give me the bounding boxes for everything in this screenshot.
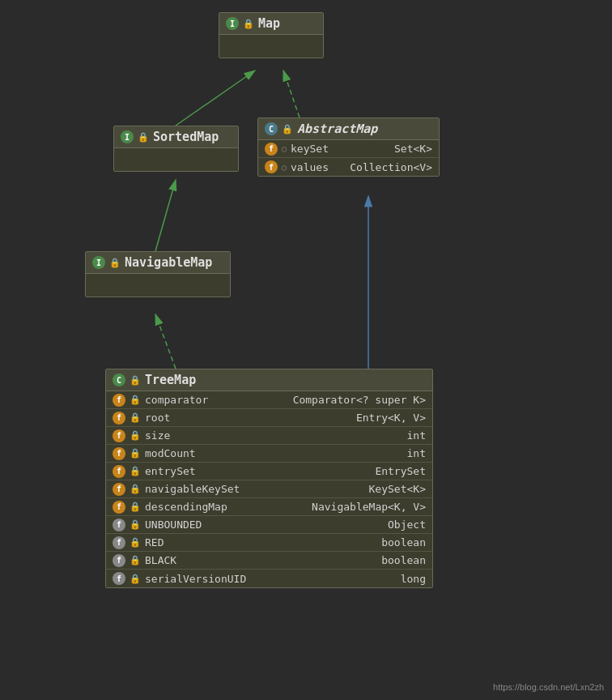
badge-entryset: f	[113, 465, 125, 478]
class-header-sortedmap: I 🔒 SortedMap	[114, 126, 238, 148]
class-body-sortedmap	[114, 148, 238, 171]
lock-values: ○	[282, 163, 287, 172]
field-row-entryset: f 🔒 entrySet EntrySet	[106, 463, 432, 480]
badge-modcount: f	[113, 447, 125, 460]
lock-red: 🔒	[130, 537, 141, 548]
badge-field-keyset: f	[265, 143, 278, 156]
field-name-descendingmap: descendingMap	[145, 501, 227, 513]
field-type-black: boolean	[381, 554, 426, 566]
field-name-root: root	[145, 412, 170, 424]
lock-unbounded: 🔒	[130, 519, 141, 530]
field-row-red: f 🔒 RED boolean	[106, 534, 432, 552]
field-name-keyset: keySet	[291, 143, 329, 155]
field-type-entryset: EntrySet	[375, 465, 426, 477]
field-row-size: f 🔒 size int	[106, 427, 432, 445]
svg-line-5	[155, 180, 176, 251]
field-row-keyset: f ○ keySet Set<K>	[258, 140, 439, 158]
lock-navigablekeyset: 🔒	[130, 484, 141, 494]
field-name-black: BLACK	[145, 554, 176, 566]
lock-root: 🔒	[130, 412, 141, 423]
badge-comparator: f	[113, 394, 125, 407]
class-box-navigablemap: I 🔒 NavigableMap	[85, 251, 231, 297]
field-type-values: Collection<V>	[350, 161, 432, 173]
field-row-black: f 🔒 BLACK boolean	[106, 552, 432, 570]
field-type-unbounded: Object	[388, 519, 426, 531]
badge-descendingmap: f	[113, 501, 125, 514]
class-body-treemap: f 🔒 comparator Comparator<? super K> f 🔒…	[106, 391, 432, 587]
field-row-comparator: f 🔒 comparator Comparator<? super K>	[106, 391, 432, 409]
lock-keyset: ○	[282, 144, 287, 153]
badge-black: f	[113, 554, 125, 567]
field-type-comparator: Comparator<? super K>	[293, 394, 426, 406]
badge-map: I	[226, 17, 239, 30]
field-name-values: values	[291, 161, 329, 173]
badge-navigablekeyset: f	[113, 483, 125, 496]
field-name-comparator: comparator	[145, 394, 208, 406]
field-row-descendingmap: f 🔒 descendingMap NavigableMap<K, V>	[106, 498, 432, 516]
badge-abstractmap: C	[265, 122, 278, 135]
class-name-abstractmap: AbstractMap	[297, 122, 377, 136]
field-type-keyset: Set<K>	[394, 143, 432, 155]
lock-serialversionuid: 🔒	[130, 574, 141, 584]
field-row-serialversionuid: f 🔒 serialVersionUID long	[106, 570, 432, 587]
class-box-map: I 🔒 Map	[219, 12, 324, 58]
lock-descendingmap: 🔒	[130, 502, 141, 512]
class-body-navigablemap	[86, 274, 230, 297]
class-header-treemap: C 🔒 TreeMap	[106, 369, 432, 391]
field-row-root: f 🔒 root Entry<K, V>	[106, 409, 432, 427]
field-type-modcount: int	[407, 447, 426, 459]
badge-treemap: C	[113, 373, 125, 386]
class-box-sortedmap: I 🔒 SortedMap	[113, 126, 239, 172]
lock-modcount: 🔒	[130, 448, 141, 459]
class-box-treemap: C 🔒 TreeMap f 🔒 comparator Comparator<? …	[105, 369, 433, 588]
field-row-unbounded: f 🔒 UNBOUNDED Object	[106, 516, 432, 534]
class-body-map	[219, 35, 323, 58]
class-name-sortedmap: SortedMap	[153, 130, 219, 144]
svg-line-6	[155, 314, 176, 369]
field-name-serialversionuid: serialVersionUID	[145, 573, 246, 585]
field-row-navigablekeyset: f 🔒 navigableKeySet KeySet<K>	[106, 480, 432, 498]
lock-entryset: 🔒	[130, 466, 141, 476]
badge-field-values: f	[265, 160, 278, 173]
watermark: https://blog.csdn.net/Lxn2zh	[493, 682, 604, 692]
class-header-abstractmap: C 🔒 AbstractMap	[258, 118, 439, 140]
field-name-red: RED	[145, 536, 164, 548]
class-box-abstractmap: C 🔒 AbstractMap f ○ keySet Set<K> f ○ va…	[257, 117, 440, 177]
field-type-navigablekeyset: KeySet<K>	[369, 483, 426, 495]
field-name-size: size	[145, 429, 170, 442]
class-header-navigablemap: I 🔒 NavigableMap	[86, 252, 230, 274]
class-body-abstractmap: f ○ keySet Set<K> f ○ values Collection<…	[258, 140, 439, 176]
field-name-entryset: entrySet	[145, 465, 196, 477]
lock-comparator: 🔒	[130, 395, 141, 405]
field-type-size: int	[407, 429, 426, 442]
badge-serialversionuid: f	[113, 572, 125, 585]
field-type-red: boolean	[381, 536, 426, 548]
svg-line-3	[176, 70, 255, 126]
badge-unbounded: f	[113, 519, 125, 531]
arrows-svg	[0, 0, 612, 700]
svg-line-4	[283, 70, 300, 117]
field-row-values: f ○ values Collection<V>	[258, 158, 439, 176]
field-row-modcount: f 🔒 modCount int	[106, 445, 432, 463]
field-type-descendingmap: NavigableMap<K, V>	[312, 501, 426, 513]
lock-black: 🔒	[130, 555, 141, 566]
lock-size: 🔒	[130, 430, 141, 441]
badge-size: f	[113, 429, 125, 442]
field-name-modcount: modCount	[145, 447, 196, 459]
field-type-serialversionuid: long	[401, 573, 426, 585]
field-name-navigablekeyset: navigableKeySet	[145, 483, 240, 495]
class-name-treemap: TreeMap	[145, 373, 196, 387]
field-type-root: Entry<K, V>	[356, 412, 426, 424]
diagram-container: I 🔒 Map I 🔒 SortedMap C 🔒 AbstractMap f …	[0, 0, 612, 700]
field-name-unbounded: UNBOUNDED	[145, 519, 202, 531]
badge-sortedmap: I	[121, 130, 134, 143]
class-name-map: Map	[258, 16, 280, 31]
badge-navigablemap: I	[92, 256, 105, 269]
class-header-map: I 🔒 Map	[219, 13, 323, 35]
badge-root: f	[113, 412, 125, 425]
badge-red: f	[113, 536, 125, 549]
class-name-navigablemap: NavigableMap	[125, 255, 212, 270]
